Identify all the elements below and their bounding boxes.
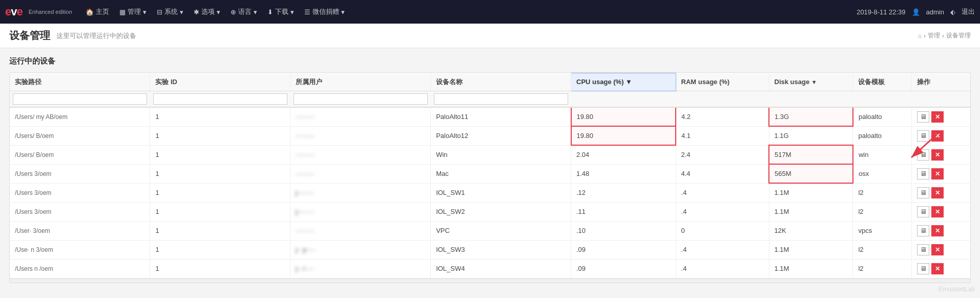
- console-button[interactable]: 🖥: [917, 149, 929, 161]
- breadcrumb: ⌂ › 管理 › 设备管理: [918, 31, 971, 40]
- cell-disk: 565M: [769, 164, 853, 183]
- delete-button[interactable]: ✕: [931, 111, 944, 123]
- chevron-down-icon: ▾: [341, 8, 345, 16]
- cell-device: Mac: [431, 164, 571, 183]
- table-row: /User· 3/oem1··········VPC.10012Kvpcs🖥✕: [10, 221, 970, 240]
- cell-user: j·········: [290, 202, 431, 221]
- nav-download[interactable]: ⬇ 下载 ▾: [263, 5, 298, 18]
- delete-button[interactable]: ✕: [931, 244, 944, 255]
- table-row: /Users 3/oem1··········Mac1.484.4565Mosx…: [10, 164, 970, 183]
- col-disk: Disk usage ▼: [769, 73, 853, 91]
- col-cpu[interactable]: CPU usage (%) ▼: [571, 73, 676, 91]
- col-ram: RAM usage (%): [676, 73, 769, 91]
- cell-actions: 🖥✕: [912, 107, 970, 127]
- cell-cpu: .12: [571, 183, 676, 202]
- filter-icon[interactable]: ▼: [811, 79, 817, 85]
- console-button[interactable]: 🖥: [917, 111, 929, 123]
- chevron-down-icon: ▾: [143, 8, 147, 16]
- cell-cpu: 19.80: [571, 126, 676, 145]
- cell-disk: 1.1M: [769, 240, 853, 259]
- navbar: eve Enhanced edition 🏠 🏠 主页 主页 ▦ 管理 ▾ ⊟ …: [0, 0, 980, 24]
- col-actions: 操作: [912, 73, 970, 91]
- admin-icon: 👤: [912, 8, 920, 16]
- cell-path: /Users/ B/oem: [10, 145, 150, 164]
- delete-button[interactable]: ✕: [931, 168, 944, 180]
- cell-user: ··········: [290, 164, 431, 183]
- nav-manage[interactable]: ▦ 管理 ▾: [115, 5, 151, 18]
- delete-button[interactable]: ✕: [931, 225, 944, 236]
- cell-path: /Users 3/oem: [10, 202, 150, 221]
- cell-path: /Users/ my AB/oem: [10, 107, 150, 127]
- col-template: 设备模板: [853, 73, 912, 91]
- console-button[interactable]: 🖥: [917, 206, 929, 217]
- nav-language[interactable]: ⊕ 语言 ▾: [226, 5, 261, 18]
- cell-lab-id: 1: [150, 145, 290, 164]
- delete-button[interactable]: ✕: [931, 149, 944, 161]
- table-row: /Users/ B/oem1··········Win2.042.4517Mwi…: [10, 145, 970, 164]
- delete-button[interactable]: ✕: [931, 187, 944, 198]
- console-button[interactable]: 🖥: [917, 225, 929, 236]
- nav-options[interactable]: ✱ 选项 ▾: [190, 5, 224, 18]
- nav-system[interactable]: ⊟ 系统 ▾: [153, 5, 187, 18]
- console-button[interactable]: 🖥: [917, 168, 929, 180]
- cell-template: l2: [853, 202, 912, 221]
- breadcrumb-home[interactable]: ⌂: [918, 32, 922, 39]
- table-header-row: 实验路径 实验 ID 所属用户 设备名称 CPU usage (%) ▼ RAM…: [10, 73, 970, 91]
- edition-label: Enhanced edition: [29, 9, 72, 15]
- admin-username: admin: [926, 8, 944, 16]
- cell-device: IOL_SW4: [431, 259, 571, 278]
- cell-actions: 🖥✕: [912, 183, 970, 202]
- breadcrumb-current: 设备管理: [946, 31, 971, 40]
- scrollbar[interactable]: [10, 279, 970, 283]
- cell-ram: .4: [676, 183, 769, 202]
- delete-button[interactable]: ✕: [931, 263, 944, 274]
- wechat-icon: ☰: [304, 8, 310, 16]
- cell-actions: 🖥✕: [912, 240, 970, 259]
- delete-button[interactable]: ✕: [931, 206, 944, 217]
- cell-cpu: .10: [571, 221, 676, 240]
- download-icon: ⬇: [267, 8, 273, 16]
- cell-disk: 1.1G: [769, 126, 853, 145]
- delete-button[interactable]: ✕: [931, 130, 944, 142]
- console-button[interactable]: 🖥: [917, 263, 929, 274]
- datetime-display: 2019-8-11 22:39: [857, 8, 905, 16]
- cell-template: l2: [853, 240, 912, 259]
- filter-device[interactable]: [434, 93, 568, 105]
- filter-lab-id[interactable]: [153, 93, 287, 105]
- options-icon: ✱: [194, 8, 199, 16]
- console-button[interactable]: 🖥: [917, 187, 929, 198]
- cell-actions: 🖥✕: [912, 164, 970, 183]
- cell-template: l2: [853, 259, 912, 278]
- cell-user: ··········: [290, 145, 431, 164]
- cell-template: win: [853, 145, 912, 164]
- logout-button[interactable]: 退出: [962, 7, 975, 16]
- nav-wechat[interactable]: ☰ 微信捐赠 ▾: [300, 5, 349, 18]
- cell-device: IOL_SW3: [431, 240, 571, 259]
- filter-user[interactable]: [294, 93, 428, 105]
- cell-ram: 4.4: [676, 164, 769, 183]
- console-button[interactable]: 🖥: [917, 244, 929, 255]
- sort-desc-icon: ▼: [625, 78, 632, 86]
- filter-path[interactable]: [13, 93, 147, 105]
- cell-lab-id: 1: [150, 107, 290, 127]
- filter-row: [10, 91, 970, 107]
- table-row: /Users 3/oem1j·········IOL_SW1.12.41.1Ml…: [10, 183, 970, 202]
- home-icon: 🏠: [86, 8, 94, 16]
- nav-home[interactable]: 🏠 🏠 主页 主页: [81, 5, 113, 18]
- cell-path: /User· 3/oem: [10, 221, 150, 240]
- cell-disk: 517M: [769, 145, 853, 164]
- cell-cpu: .09: [571, 259, 676, 278]
- cell-path: /Users 3/oem: [10, 164, 150, 183]
- cell-template: vpcs: [853, 221, 912, 240]
- cell-ram: 2.4: [676, 145, 769, 164]
- watermark: EmulatedLab: [939, 286, 975, 291]
- cell-path: /Users/ B/oem: [10, 126, 150, 145]
- chevron-down-icon: ▾: [254, 8, 257, 16]
- console-button[interactable]: 🖥: [917, 130, 929, 142]
- cell-lab-id: 1: [150, 240, 290, 259]
- table-body: /Users/ my AB/oem1··········PaloAlto1119…: [10, 107, 970, 279]
- breadcrumb-manage[interactable]: 管理: [928, 31, 940, 40]
- page-subtitle: 这里可以管理运行中的设备: [56, 31, 136, 41]
- cell-template: osx: [853, 164, 912, 183]
- chevron-down-icon: ▾: [217, 8, 220, 16]
